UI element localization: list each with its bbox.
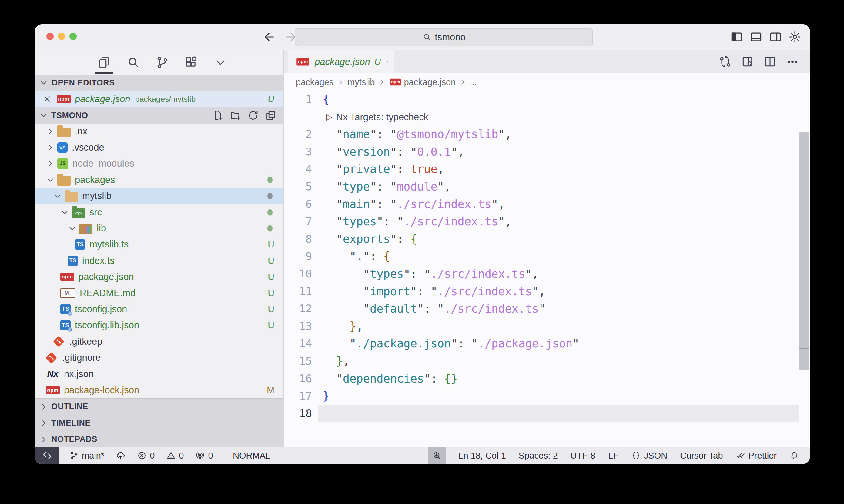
codelens-nx-targets[interactable]: ▷Nx Targets: typecheck — [318, 108, 799, 126]
git-status-badge: U — [268, 288, 274, 298]
status-label: 0 — [179, 451, 184, 461]
section-header-outline[interactable]: OUTLINE — [35, 398, 283, 415]
open-editors-header[interactable]: OPEN EDITORS — [35, 74, 283, 91]
activity-item-source-control[interactable] — [155, 55, 169, 69]
code-line-9[interactable]: ".": { — [318, 248, 799, 265]
line-number — [284, 108, 312, 126]
screenshot-stage: tsmono OPEN EDITORS npm package.json pac… — [0, 0, 844, 504]
code-line-4[interactable]: "private": true, — [318, 161, 799, 178]
tree-item-src[interactable]: </>src — [35, 204, 283, 220]
code-line-14[interactable]: "./package.json": "./package.json" — [318, 335, 799, 353]
status-eol[interactable]: LF — [608, 451, 618, 461]
activity-item-search[interactable] — [126, 55, 140, 69]
section-header-notepads[interactable]: NOTEPADS — [35, 431, 283, 447]
tree-item-.gitignore[interactable]: .gitignore — [35, 349, 283, 365]
tree-item-.vscode[interactable]: VS.vscode — [35, 139, 283, 156]
status-label: -- NORMAL -- — [225, 451, 279, 461]
refresh-icon[interactable] — [247, 109, 259, 122]
code-line-16[interactable]: "dependencies": {} — [318, 370, 799, 388]
section-header-timeline[interactable]: TIMELINE — [35, 415, 283, 431]
layout-panel-bottom-button[interactable] — [749, 30, 763, 44]
tree-item-package.json[interactable]: npmpackage.jsonU — [35, 269, 283, 285]
settings-gear-button[interactable] — [788, 30, 802, 44]
more-actions-icon[interactable] — [786, 55, 799, 69]
tree-item-tsconfig.json[interactable]: TStsconfig.jsonU — [35, 301, 283, 317]
collapse-all-icon[interactable] — [265, 109, 277, 122]
explorer-section-header[interactable]: TSMONO — [35, 107, 283, 124]
tree-item-.nx[interactable]: .nx — [35, 123, 283, 139]
back-arrow-icon[interactable] — [263, 30, 276, 43]
tree-item-packages[interactable]: packages — [35, 172, 283, 188]
breadcrumb-item[interactable]: packages — [296, 77, 333, 87]
status-label: 0 — [208, 451, 213, 461]
new-file-icon[interactable] — [212, 109, 224, 122]
line-number: 1 — [284, 91, 312, 108]
new-folder-icon[interactable] — [229, 109, 242, 122]
close-icon[interactable] — [43, 94, 52, 104]
tab-package-json[interactable]: npm package.json U — [288, 50, 394, 73]
code-line-13[interactable]: }, — [318, 318, 799, 335]
activity-item-extensions[interactable] — [184, 55, 198, 69]
tree-item-nx.json[interactable]: Nxnx.json — [35, 366, 283, 382]
code-line-5[interactable]: "type": "module", — [318, 178, 799, 196]
tree-item-node_modules[interactable]: JSnode_modules — [35, 156, 283, 172]
tree-item-index.ts[interactable]: TSindex.tsU — [35, 253, 283, 269]
status-language-mode[interactable]: JSON — [631, 451, 667, 461]
tree-item-tsconfig.lib.json[interactable]: TStsconfig.lib.jsonU — [35, 318, 283, 334]
tree-item-.gitkeep[interactable]: .gitkeep — [35, 334, 283, 349]
code-line-15[interactable]: }, — [318, 353, 799, 370]
code-line-8[interactable]: "exports": { — [318, 231, 799, 248]
code-line-7[interactable]: "types": "./src/index.ts", — [318, 213, 799, 231]
status-notifications[interactable] — [789, 451, 799, 461]
tree-item-mytslib[interactable]: mytslib — [35, 188, 283, 204]
status-cursor-tab[interactable]: Cursor Tab — [680, 451, 723, 461]
code-line-11[interactable]: "import": "./src/index.ts", — [318, 283, 799, 301]
status-errors[interactable]: 0 — [137, 451, 155, 461]
status-ports[interactable]: 0 — [195, 451, 213, 461]
status-sync[interactable] — [116, 451, 125, 461]
activity-item-explorer[interactable] — [97, 55, 111, 69]
chevron-down-icon — [39, 111, 48, 120]
code-line-18[interactable] — [318, 405, 799, 422]
activity-item-more-views[interactable] — [213, 55, 227, 69]
code-line-6[interactable]: "main": "./src/index.ts", — [318, 196, 799, 213]
tree-item-lib[interactable]: lib — [35, 220, 283, 236]
breadcrumb-item[interactable]: package.json — [404, 77, 455, 87]
status-remote-indicator[interactable] — [35, 447, 59, 464]
traffic-light-zoom[interactable] — [69, 33, 77, 40]
tree-item-mytslib.ts[interactable]: TSmytslib.tsU — [35, 237, 283, 253]
search-value: tsmono — [435, 32, 466, 43]
breadcrumb-item[interactable]: ... — [470, 77, 477, 87]
traffic-light-close[interactable] — [46, 33, 54, 40]
open-preview-icon[interactable] — [741, 55, 754, 69]
code-line-17[interactable]: } — [318, 388, 799, 405]
status-git-branch[interactable]: main* — [69, 451, 104, 461]
tab-close-icon[interactable] — [387, 57, 389, 66]
status-screen-zoom[interactable] — [428, 447, 446, 464]
editor-scrollbar[interactable] — [799, 132, 809, 370]
breadcrumb[interactable]: packagesmytslibnpmpackage.json... — [284, 73, 810, 91]
code-line-1[interactable]: { — [318, 91, 799, 108]
status-warnings[interactable]: 0 — [166, 451, 184, 461]
status-formatter[interactable]: Prettier — [736, 451, 777, 461]
layout-sidebar-right-button[interactable] — [768, 30, 783, 44]
code-line-2[interactable]: "name": "@tsmono/mytslib", — [318, 126, 799, 143]
tree-item-README.md[interactable]: M↓README.mdU — [35, 285, 283, 301]
tree-item-package-lock.json[interactable]: npmpackage-lock.jsonM — [35, 382, 283, 398]
code-line-12[interactable]: "default": "./src/index.ts" — [318, 300, 799, 318]
code-area[interactable]: 123456789101112131415161718 {▷Nx Targets… — [284, 91, 810, 447]
breadcrumb-item[interactable]: mytslib — [347, 77, 375, 87]
split-editor-icon[interactable] — [763, 55, 777, 69]
command-center-search[interactable]: tsmono — [295, 28, 593, 46]
open-editor-item[interactable]: npm package.json packages/mytslib U — [35, 91, 283, 107]
layout-sidebar-left-button[interactable] — [729, 30, 744, 44]
status-cursor-position[interactable]: Ln 18, Col 1 — [459, 451, 506, 461]
cloud-upload-icon — [116, 451, 125, 461]
status-indentation[interactable]: Spaces: 2 — [519, 451, 558, 461]
open-changes-icon[interactable] — [719, 55, 732, 69]
code-line-3[interactable]: "version": "0.0.1", — [318, 143, 799, 161]
status-encoding[interactable]: UTF-8 — [571, 451, 596, 461]
code-line-10[interactable]: "types": "./src/index.ts", — [318, 265, 799, 283]
traffic-light-minimize[interactable] — [58, 33, 65, 40]
status-vim-mode[interactable]: -- NORMAL -- — [225, 451, 279, 461]
